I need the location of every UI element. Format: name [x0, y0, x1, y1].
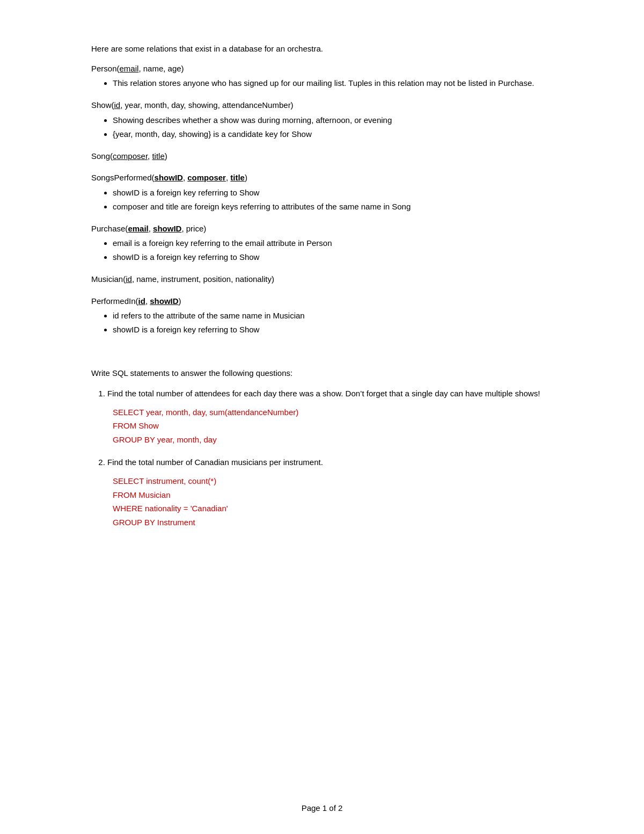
page-number: Page 1 of 2 [91, 803, 553, 813]
sql-line: SELECT year, month, day, sum(attendanceN… [113, 405, 553, 419]
sql-block-2: SELECT instrument, count(*) FROM Musicia… [107, 474, 553, 529]
purchase-bullets: email is a foreign key referring to the … [91, 237, 553, 264]
intro-text: Here are some relations that exist in a … [91, 44, 323, 53]
sql-line: GROUP BY year, month, day [113, 433, 553, 447]
performedin-title: PerformedIn(id, showID) [91, 295, 553, 308]
questions-intro: Write SQL statements to answer the follo… [91, 367, 553, 380]
list-item: This relation stores anyone who has sign… [113, 77, 553, 90]
questions-section: Write SQL statements to answer the follo… [91, 367, 553, 529]
list-item: composer and title are foreign keys refe… [113, 200, 553, 213]
person-title: Person(email, name, age) [91, 63, 553, 75]
list-item: email is a foreign key referring to the … [113, 237, 553, 250]
relation-song: Song(composer, title) [91, 150, 553, 163]
relation-person: Person(email, name, age) This relation s… [91, 63, 553, 90]
sql-line: WHERE nationality = 'Canadian' [113, 502, 553, 516]
list-item: Showing describes whether a show was dur… [113, 114, 553, 127]
person-bullets: This relation stores anyone who has sign… [91, 77, 553, 90]
sql-block-1: SELECT year, month, day, sum(attendanceN… [107, 405, 553, 447]
songsperformed-title: SongsPerformed(showID, composer, title) [91, 172, 553, 184]
question-2: Find the total number of Canadian musici… [107, 456, 553, 529]
sql-line: GROUP BY Instrument [113, 516, 553, 530]
musician-title: Musician(id, name, instrument, position,… [91, 273, 553, 286]
sql-line: FROM Show [113, 419, 553, 433]
relation-musician: Musician(id, name, instrument, position,… [91, 273, 553, 286]
list-item: showID is a foreign key referring to Sho… [113, 251, 553, 264]
relation-songsperformed: SongsPerformed(showID, composer, title) … [91, 172, 553, 213]
relation-purchase: Purchase(email, showID, price) email is … [91, 223, 553, 264]
list-item: showID is a foreign key referring to Sho… [113, 186, 553, 199]
list-item: id refers to the attribute of the same n… [113, 309, 553, 322]
questions-list: Find the total number of attendees for e… [91, 387, 553, 530]
sql-line: FROM Musician [113, 488, 553, 502]
intro-paragraph: Here are some relations that exist in a … [91, 43, 553, 55]
relation-performedin: PerformedIn(id, showID) id refers to the… [91, 295, 553, 337]
relation-show: Show(id, year, month, day, showing, atte… [91, 99, 553, 141]
page-container: Here are some relations that exist in a … [91, 0, 553, 834]
songsperformed-bullets: showID is a foreign key referring to Sho… [91, 186, 553, 213]
performedin-bullets: id refers to the attribute of the same n… [91, 309, 553, 336]
question-1: Find the total number of attendees for e… [107, 387, 553, 447]
song-title: Song(composer, title) [91, 150, 553, 163]
list-item: {year, month, day, showing} is a candida… [113, 128, 553, 141]
show-bullets: Showing describes whether a show was dur… [91, 114, 553, 141]
list-item: showID is a foreign key referring to Sho… [113, 323, 553, 336]
purchase-title: Purchase(email, showID, price) [91, 223, 553, 235]
show-title: Show(id, year, month, day, showing, atte… [91, 99, 553, 112]
sql-line: SELECT instrument, count(*) [113, 474, 553, 488]
